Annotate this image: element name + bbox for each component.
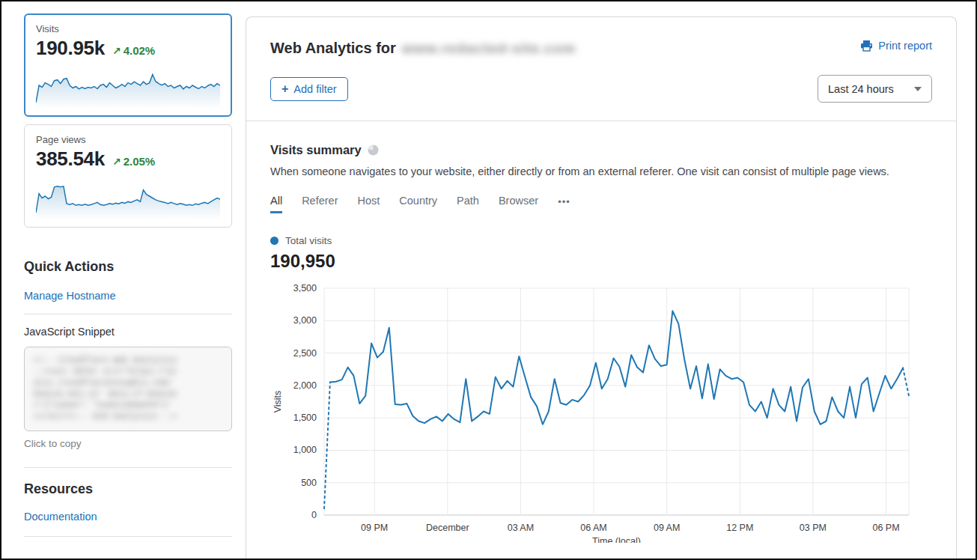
- documentation-link[interactable]: Documentation: [24, 511, 97, 523]
- total-visits-value: 190,950: [270, 251, 932, 272]
- stat-card-visits[interactable]: Visits 190.95k ↗4.02%: [24, 13, 232, 117]
- print-report-button[interactable]: Print report: [860, 40, 932, 52]
- redacted-snippet-line: ></scr><!-- End Analytics -->: [34, 411, 222, 422]
- trend-up-icon: ↗: [112, 156, 121, 168]
- visits-chart: 05001,0001,5002,0002,5003,0003,50009 PMD…: [270, 281, 932, 543]
- x-tick-label: 12 PM: [726, 523, 753, 533]
- visits-sparkline: [36, 66, 220, 109]
- chevron-down-icon: [914, 87, 922, 91]
- line-chart: 05001,0001,5002,0002,5003,0003,50009 PMD…: [270, 281, 932, 543]
- redacted-snippet-line: atic.cloudflareinsights.com/: [34, 377, 222, 389]
- y-tick-label: 3,000: [293, 315, 317, 326]
- tab-path[interactable]: Path: [457, 195, 479, 213]
- series-line: [330, 311, 903, 424]
- stat-card-label: Visits: [36, 23, 220, 34]
- stat-card-page-views[interactable]: Page views 385.54k ↗2.05%: [24, 124, 232, 228]
- redacted-domain: www.redacted-site.com: [402, 40, 576, 57]
- dimension-tabs: AllRefererHostCountryPathBrowser•••: [270, 195, 932, 213]
- y-tick-label: 1,000: [293, 445, 317, 455]
- main-content: Web Analytics for www.redacted-site.com …: [232, 1, 977, 559]
- trend-up-icon: ↗: [112, 45, 121, 57]
- visits-summary-description: When someone navigates to your website, …: [270, 165, 932, 177]
- x-tick-label: 06 PM: [872, 523, 899, 533]
- printer-icon: [860, 40, 873, 52]
- y-tick-label: 0: [311, 510, 317, 520]
- more-tabs-icon[interactable]: •••: [558, 196, 570, 212]
- redacted-snippet-line: --><scr defer src='https://st: [34, 366, 222, 377]
- page: Visits 190.95k ↗4.02% Page views 385.54k…: [1, 1, 976, 559]
- sidebar: Visits 190.95k ↗4.02% Page views 385.54k…: [1, 1, 232, 559]
- x-tick-label: 09 AM: [654, 523, 680, 533]
- series-line-dashed: [324, 383, 330, 509]
- click-to-copy-hint: Click to copy: [24, 438, 232, 449]
- stat-card-delta: ↗4.02%: [112, 44, 155, 57]
- y-tick-label: 2,000: [293, 380, 317, 391]
- y-tick-label: 3,500: [293, 283, 317, 293]
- x-axis-title: Time (local): [592, 536, 641, 543]
- x-tick-label: 03 PM: [800, 523, 827, 533]
- y-axis-title: Visits: [273, 391, 283, 413]
- x-tick-label: December: [426, 523, 469, 533]
- y-tick-label: 1,500: [293, 413, 317, 423]
- divider: [24, 536, 232, 537]
- tab-referer[interactable]: Referer: [302, 195, 338, 213]
- javascript-snippet-label: JavaScript Snippet: [24, 326, 232, 338]
- y-tick-label: 500: [301, 478, 317, 488]
- tab-all[interactable]: All: [270, 195, 282, 213]
- visits-summary-section: Visits summary When someone navigates to…: [246, 121, 956, 543]
- redacted-snippet-line: <!-- Cloudflare Web Analytics: [34, 355, 222, 366]
- add-filter-button[interactable]: + Add filter: [270, 77, 348, 101]
- page-title: Web Analytics for www.redacted-site.com: [270, 40, 576, 57]
- stat-card-value: 385.54k: [36, 147, 105, 171]
- redacted-snippet-line: beacon.min.js' data-cf-beacon: [34, 389, 222, 400]
- divider: [24, 467, 232, 468]
- x-tick-label: 06 AM: [580, 523, 606, 533]
- y-tick-label: 2,500: [293, 348, 317, 359]
- analytics-card: Web Analytics for www.redacted-site.com …: [246, 16, 957, 559]
- legend-label: Total visits: [285, 235, 332, 246]
- pie-chart-help-icon[interactable]: [368, 144, 379, 156]
- analytics-header: Web Analytics for www.redacted-site.com …: [246, 17, 956, 121]
- chart-legend: Total visits: [270, 235, 932, 246]
- manage-hostname-link[interactable]: Manage Hostname: [24, 290, 116, 302]
- series-line-dashed: [903, 368, 909, 396]
- visits-summary-heading: Visits summary: [270, 143, 362, 157]
- page-views-sparkline: [36, 177, 220, 219]
- x-tick-label: 09 PM: [361, 523, 388, 533]
- stat-card-label: Page views: [36, 134, 220, 145]
- javascript-snippet-box[interactable]: <!-- Cloudflare Web Analytics--><scr def…: [24, 347, 232, 431]
- plus-icon: +: [281, 83, 288, 95]
- quick-actions-heading: Quick Actions: [24, 259, 232, 275]
- stat-card-delta: ↗2.05%: [112, 155, 155, 168]
- divider: [24, 314, 232, 314]
- resources-heading: Resources: [24, 481, 232, 497]
- tab-country[interactable]: Country: [399, 195, 437, 213]
- time-range-dropdown[interactable]: Last 24 hours: [818, 75, 932, 103]
- x-tick-label: 03 AM: [508, 523, 534, 533]
- redacted-snippet-line: ='{"token": "a1b2c3d4e5f6"}': [34, 400, 222, 411]
- stat-card-value: 190.95k: [36, 37, 105, 60]
- tab-host[interactable]: Host: [357, 195, 380, 213]
- legend-dot-icon: [270, 237, 279, 245]
- tab-browser[interactable]: Browser: [499, 195, 538, 213]
